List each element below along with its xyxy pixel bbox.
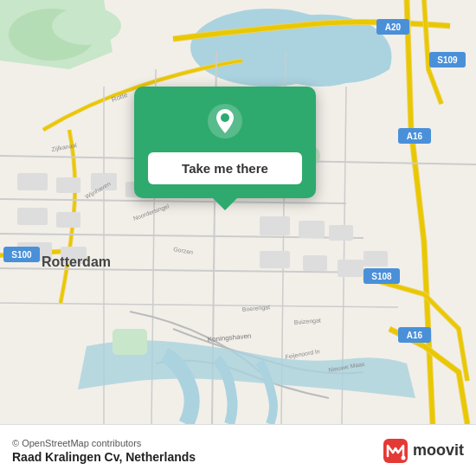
svg-rect-21 [338, 260, 363, 277]
svg-text:S109: S109 [437, 55, 458, 65]
take-me-there-button[interactable]: Take me there [148, 152, 302, 184]
svg-text:S108: S108 [371, 272, 392, 281]
svg-rect-8 [17, 173, 48, 190]
svg-point-48 [221, 113, 229, 122]
moovit-logo: moovit [382, 437, 464, 465]
svg-rect-18 [329, 225, 353, 241]
svg-text:Rotterdam: Rotterdam [42, 254, 111, 269]
svg-rect-17 [299, 221, 325, 238]
bottom-left-info: © OpenStreetMap contributors Raad Kralin… [12, 438, 196, 464]
svg-rect-19 [260, 251, 290, 268]
location-label: Raad Kralingen Cv, Netherlands [12, 450, 196, 464]
svg-rect-22 [363, 251, 388, 267]
svg-text:A16: A16 [407, 331, 423, 340]
svg-rect-20 [303, 255, 327, 271]
svg-rect-9 [56, 177, 80, 193]
copyright-text: © OpenStreetMap contributors [12, 438, 196, 448]
svg-point-50 [401, 455, 405, 460]
svg-text:A20: A20 [385, 23, 402, 32]
svg-point-4 [52, 7, 121, 45]
bottom-bar: © OpenStreetMap contributors Raad Kralin… [0, 424, 476, 476]
svg-text:A16: A16 [407, 132, 423, 141]
svg-rect-7 [113, 329, 147, 355]
svg-rect-13 [56, 212, 80, 228]
moovit-icon [382, 437, 409, 465]
svg-text:S100: S100 [11, 250, 32, 260]
location-pin-icon [206, 102, 244, 140]
map-container: A20 A16 A16 S109 S100 S108 Rotterdam Rot… [0, 0, 476, 424]
popup-card: Take me there [134, 87, 316, 198]
map-svg: A20 A16 A16 S109 S100 S108 Rotterdam Rot… [0, 0, 476, 424]
svg-rect-12 [17, 208, 48, 225]
moovit-text: moovit [413, 441, 464, 460]
svg-rect-16 [260, 216, 290, 235]
